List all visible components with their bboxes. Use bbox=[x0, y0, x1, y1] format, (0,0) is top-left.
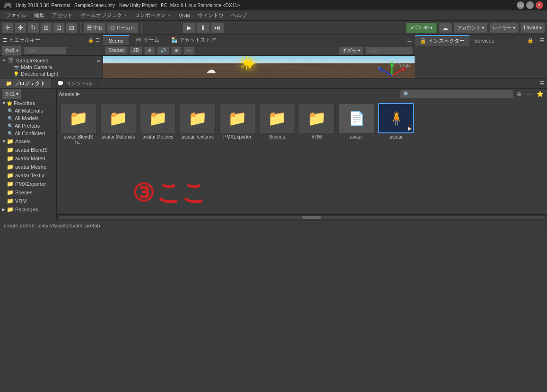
all-prefabs-item[interactable]: 🔍 All Prefabs bbox=[0, 122, 56, 130]
all-conflicted-item[interactable]: 🔍 All Conflicted bbox=[0, 130, 56, 137]
transform-move-tool[interactable]: ✥ bbox=[15, 23, 26, 33]
menu-assets[interactable]: アセット bbox=[48, 11, 77, 20]
transform-hand-tool[interactable]: ✛ bbox=[2, 23, 14, 33]
asset-store-tab[interactable]: 🏪 アセットストア bbox=[165, 35, 222, 45]
hierarchy-item-camera[interactable]: 📷 Main Camera bbox=[0, 64, 103, 70]
avatar-prefab-play-icon: ▶ bbox=[408, 125, 412, 131]
fx-toggle-btn[interactable]: ⊞ bbox=[171, 46, 182, 55]
avatar-meshes-item[interactable]: 📁 avatar.Meshe bbox=[0, 163, 56, 171]
assets-star-btn[interactable]: ⭐ bbox=[535, 90, 545, 98]
account-button[interactable]: アカウント ▾ bbox=[454, 23, 488, 33]
asset-item-meshes[interactable]: 📁 avatar.Meshes bbox=[140, 103, 176, 145]
gizmo-button[interactable]: ギズモ ▾ bbox=[339, 46, 364, 55]
inspector-lock-btn[interactable]: 🔒 bbox=[524, 35, 537, 46]
scene-tabs-bar: Scene 🎮 ゲーム 🏪 アセットストア ☰ bbox=[103, 35, 415, 45]
assets-scrollbar[interactable] bbox=[57, 214, 547, 220]
hierarchy-create-btn[interactable]: 作成 ▾ bbox=[2, 45, 22, 56]
scrollbar-thumb[interactable] bbox=[302, 216, 321, 219]
inspector-tab[interactable]: 🔒 インスペクター bbox=[415, 35, 469, 46]
center-button[interactable]: ☰ 中心 bbox=[84, 23, 106, 33]
avatar-blends-label: avatar.BlendS bbox=[15, 147, 48, 153]
menu-help[interactable]: ヘルプ bbox=[227, 11, 251, 20]
scene-btn-extra[interactable]: ⋯ bbox=[183, 46, 195, 55]
game-tab[interactable]: 🎮 ゲーム bbox=[130, 35, 165, 45]
sep2 bbox=[141, 23, 142, 33]
packages-item[interactable]: ▶ 📁 Packages bbox=[0, 205, 56, 214]
close-button[interactable]: ✕ bbox=[536, 1, 543, 9]
project-tree-panel: 作成 ▾ ▼ ⭐ Favorites 🔍 All Materials 🔍 All… bbox=[0, 89, 57, 220]
avatar-materials-item[interactable]: 📁 avatar.Materi bbox=[0, 154, 56, 163]
toolbar: ✛ ✥ ↻ ⊞ ⊡ ⊟ ☰ 中心 ◎ ローカル ▶ ⏸ ⏭ ✔ Collab ▾… bbox=[0, 21, 547, 35]
blends-folder-icon: 📁 bbox=[7, 147, 14, 153]
project-create-btn[interactable]: 作成 ▾ bbox=[2, 89, 22, 99]
asset-item-textures[interactable]: 📁 avatar.Textures bbox=[180, 103, 216, 145]
layout-button[interactable]: Layout ▾ bbox=[521, 23, 545, 33]
transform-rect-tool[interactable]: ⊡ bbox=[53, 23, 65, 33]
project-tab[interactable]: 📁 プロジェクト bbox=[0, 78, 52, 88]
assets-root-label: Assets bbox=[15, 139, 31, 144]
scene-search[interactable] bbox=[365, 47, 413, 54]
transform-rotate-tool[interactable]: ↻ bbox=[27, 23, 39, 33]
sound-toggle-btn[interactable]: 🔊 bbox=[157, 46, 169, 55]
cloud-button[interactable]: ☁ bbox=[439, 23, 452, 33]
scrollbar-track[interactable] bbox=[59, 216, 545, 219]
transform-all-tool[interactable]: ⊟ bbox=[66, 23, 78, 33]
asset-item-materials[interactable]: 📁 avatar.Materials bbox=[100, 103, 136, 145]
hierarchy-menu-icon[interactable]: ☰ bbox=[96, 37, 100, 43]
asset-item-pmxexporter[interactable]: 📁 PMXExporter bbox=[219, 103, 255, 145]
inspector-menu-btn[interactable]: ☰ bbox=[537, 35, 547, 46]
assets-area: Assets ▶ ⊕ ⋯ ⭐ 📁 bbox=[57, 89, 547, 220]
all-materials-item[interactable]: 🔍 All Materials bbox=[0, 107, 56, 114]
assets-search[interactable] bbox=[400, 90, 513, 98]
local-button[interactable]: ◎ ローカル bbox=[107, 23, 139, 33]
bottom-tabs-menu[interactable]: ☰ bbox=[537, 78, 547, 88]
hierarchy-item-light[interactable]: 💡 Directional Light bbox=[0, 70, 103, 77]
menu-edit[interactable]: 編集 bbox=[30, 11, 48, 20]
menu-file[interactable]: ファイル bbox=[2, 11, 30, 20]
materials-folder-icon: 📁 bbox=[7, 155, 14, 162]
asset-item-avatar-prefab[interactable]: 🧍 ▶ avatar bbox=[378, 103, 414, 145]
assets-add-favorite-btn[interactable]: ⊕ bbox=[515, 90, 523, 98]
shaded-button[interactable]: Shaded bbox=[105, 46, 128, 55]
breadcrumb-assets[interactable]: Assets bbox=[59, 91, 74, 97]
pause-button[interactable]: ⏸ bbox=[197, 23, 210, 33]
scene-root-item[interactable]: ▼ 🎬 SampleScene ☰ bbox=[0, 57, 103, 64]
services-tab[interactable]: Services bbox=[469, 35, 499, 46]
sep1 bbox=[80, 23, 81, 33]
transform-scale-tool[interactable]: ⊞ bbox=[40, 23, 52, 33]
asset-item-scenes[interactable]: 📁 Scenes bbox=[259, 103, 295, 145]
game-icon: 🎮 bbox=[135, 37, 142, 43]
all-models-item[interactable]: 🔍 All Models bbox=[0, 114, 56, 122]
menu-gameobject[interactable]: ゲームオブジェクト bbox=[77, 11, 131, 20]
layers-button[interactable]: レイヤー ▾ bbox=[489, 23, 519, 33]
pmxexporter-item[interactable]: 📁 PMXExporter bbox=[0, 180, 56, 188]
scene-menu[interactable]: ☰ bbox=[96, 58, 101, 63]
vrm-item[interactable]: 📁 VRM bbox=[0, 197, 56, 205]
right-tabs-bar: 🔒 インスペクター Services 🔒 ☰ bbox=[415, 35, 547, 46]
console-tab[interactable]: 💬 コンソール bbox=[52, 78, 98, 88]
step-button[interactable]: ⏭ bbox=[211, 23, 224, 33]
favorites-item[interactable]: ▼ ⭐ Favorites bbox=[0, 99, 56, 107]
play-button[interactable]: ▶ bbox=[182, 23, 196, 33]
inspector-icon: 🔒 bbox=[420, 38, 426, 44]
asset-item-avatar-file[interactable]: 📄 avatar bbox=[339, 103, 374, 145]
menu-component[interactable]: コンポーネント bbox=[131, 11, 175, 20]
scene-view[interactable]: .gl{stroke:#888;stroke-width:0.5;} bbox=[103, 56, 415, 78]
light-toggle-btn[interactable]: ☀ bbox=[144, 46, 155, 55]
assets-filter-btn[interactable]: ⋯ bbox=[525, 90, 533, 98]
avatar-blends-item[interactable]: 📁 avatar.BlendS bbox=[0, 146, 56, 154]
scene-tab[interactable]: Scene bbox=[103, 35, 130, 45]
collab-button[interactable]: ✔ Collab ▾ bbox=[406, 23, 437, 33]
asset-item-blendshapes[interactable]: 📁 avatar.BlendSh... bbox=[61, 103, 96, 145]
minimize-button[interactable]: — bbox=[517, 1, 524, 9]
2d-button[interactable]: 2D bbox=[130, 46, 142, 55]
menu-window[interactable]: ウィンドウ bbox=[194, 11, 227, 20]
tabs-menu-btn[interactable]: ☰ bbox=[404, 35, 415, 45]
hierarchy-search[interactable] bbox=[24, 47, 66, 54]
scenes-item[interactable]: 📁 Scenes bbox=[0, 188, 56, 197]
menu-vrm[interactable]: VRM bbox=[175, 12, 194, 19]
avatar-textures-item[interactable]: 📁 avatar.Textur bbox=[0, 171, 56, 180]
assets-root-item[interactable]: ▼ 📁 Assets bbox=[0, 137, 56, 146]
maximize-button[interactable]: □ bbox=[526, 1, 534, 9]
asset-item-vrm[interactable]: 📁 VRM bbox=[299, 103, 335, 145]
